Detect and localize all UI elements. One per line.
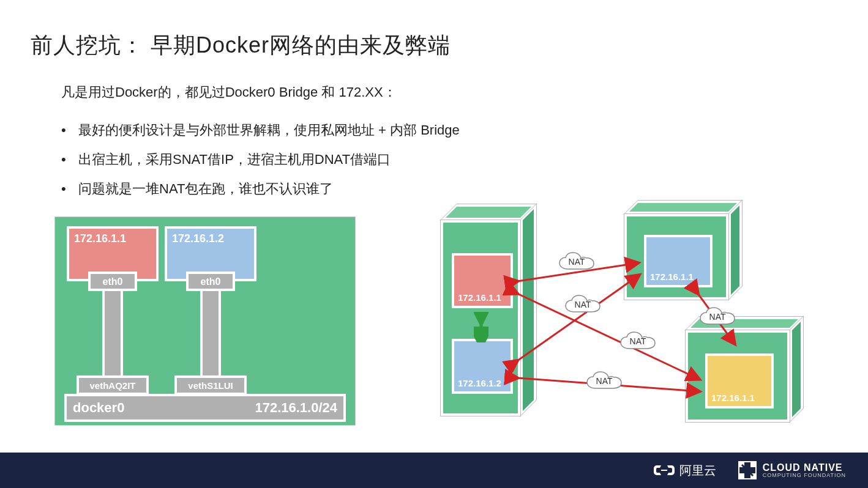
bullet-item: 问题就是一堆NAT包在跑，谁也不认识谁了 bbox=[61, 180, 460, 198]
intro-text: 凡是用过Docker的，都见过Docker0 Bridge 和 172.XX： bbox=[61, 83, 397, 102]
cncf-icon bbox=[738, 461, 757, 479]
nat-cloud: NAT bbox=[618, 330, 657, 352]
eth0-label: eth0 bbox=[88, 272, 137, 291]
veth-label: vethS1LUI bbox=[174, 375, 247, 395]
veth-pipe bbox=[102, 291, 123, 377]
footer-bar: 阿里云 CLOUD NATIVE COMPUTING FOUNDATION bbox=[0, 453, 868, 488]
bridge-name: docker0 bbox=[73, 400, 124, 416]
nat-cloud: NAT bbox=[585, 370, 624, 392]
pod-a2: 172.16.1.2 bbox=[452, 339, 513, 394]
aliyun-text: 阿里云 bbox=[679, 462, 716, 479]
internal-arrow-icon bbox=[474, 312, 488, 342]
pod-b1: 172.16.1.1 bbox=[644, 235, 713, 287]
aliyun-icon bbox=[654, 463, 675, 478]
svg-line-2 bbox=[517, 294, 699, 379]
nat-topology-diagram: 172.16.1.1 172.16.1.2 172.16.1.1 172.16.… bbox=[441, 214, 832, 440]
cncf-text-1: CLOUD NATIVE bbox=[763, 463, 846, 473]
eth0-label: eth0 bbox=[186, 272, 235, 291]
veth-pipe bbox=[200, 291, 221, 377]
docker-bridge-diagram: 172.16.1.1 172.16.1.2 eth0 eth0 vethAQ2I… bbox=[52, 214, 358, 428]
slide-title: 前人挖坑： 早期Docker网络的由来及弊端 bbox=[31, 31, 451, 61]
pod-a1: 172.16.1.1 bbox=[452, 253, 513, 308]
veth-label: vethAQ2IT bbox=[77, 375, 149, 395]
nat-cloud: NAT bbox=[557, 251, 596, 273]
svg-rect-6 bbox=[661, 470, 667, 471]
nat-cloud: NAT bbox=[698, 306, 737, 328]
bullet-item: 出宿主机，采用SNAT借IP，进宿主机用DNAT借端口 bbox=[61, 150, 460, 169]
host-b: 172.16.1.1 bbox=[624, 214, 728, 300]
docker0-bridge: docker0 172.16.1.0/24 bbox=[64, 394, 346, 422]
bridge-subnet: 172.16.1.0/24 bbox=[255, 400, 337, 416]
svg-rect-10 bbox=[739, 473, 744, 479]
cncf-logo: CLOUD NATIVE COMPUTING FOUNDATION bbox=[738, 461, 846, 479]
aliyun-logo: 阿里云 bbox=[654, 462, 716, 479]
bullet-item: 最好的便利设计是与外部世界解耦，使用私网地址 + 内部 Bridge bbox=[61, 121, 460, 139]
cncf-text-2: COMPUTING FOUNDATION bbox=[763, 473, 846, 478]
pod-c1: 172.16.1.1 bbox=[705, 353, 774, 409]
svg-rect-9 bbox=[750, 462, 756, 467]
host-c: 172.16.1.1 bbox=[686, 330, 790, 422]
bullet-list: 最好的便利设计是与外部世界解耦，使用私网地址 + 内部 Bridge 出宿主机，… bbox=[61, 110, 460, 198]
nat-cloud: NAT bbox=[563, 294, 602, 316]
